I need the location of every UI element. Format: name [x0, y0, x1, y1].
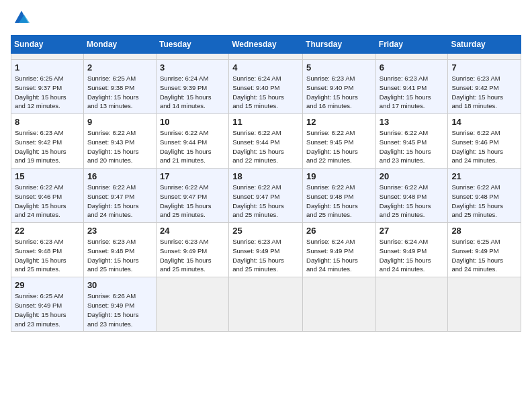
calendar-cell: 30Sunrise: 6:26 AM Sunset: 9:49 PM Dayli… — [83, 277, 156, 332]
day-info: Sunrise: 6:24 AM Sunset: 9:49 PM Dayligh… — [380, 237, 445, 274]
calendar-cell — [156, 54, 228, 60]
calendar-cell — [375, 54, 448, 60]
day-info: Sunrise: 6:22 AM Sunset: 9:48 PM Dayligh… — [380, 183, 445, 220]
day-number: 29 — [15, 280, 80, 290]
column-header-thursday: Thursday — [303, 36, 376, 54]
column-header-wednesday: Wednesday — [229, 36, 303, 54]
day-number: 18 — [232, 171, 299, 181]
logo-icon — [12, 8, 31, 27]
calendar-cell: 4Sunrise: 6:24 AM Sunset: 9:40 PM Daylig… — [229, 60, 303, 114]
calendar-cell: 22Sunrise: 6:23 AM Sunset: 9:48 PM Dayli… — [11, 223, 84, 277]
calendar-cell: 26Sunrise: 6:24 AM Sunset: 9:49 PM Dayli… — [303, 223, 376, 277]
calendar-cell: 2Sunrise: 6:25 AM Sunset: 9:38 PM Daylig… — [83, 60, 156, 114]
column-header-saturday: Saturday — [448, 36, 521, 54]
calendar-cell: 18Sunrise: 6:22 AM Sunset: 9:47 PM Dayli… — [229, 169, 303, 223]
day-info: Sunrise: 6:23 AM Sunset: 9:42 PM Dayligh… — [15, 128, 80, 165]
day-number: 5 — [306, 62, 372, 73]
calendar-cell: 17Sunrise: 6:22 AM Sunset: 9:47 PM Dayli… — [156, 169, 228, 223]
calendar-cell — [229, 54, 303, 60]
calendar-cell: 1Sunrise: 6:25 AM Sunset: 9:37 PM Daylig… — [11, 60, 84, 114]
column-header-monday: Monday — [83, 36, 156, 54]
day-info: Sunrise: 6:23 AM Sunset: 9:42 PM Dayligh… — [451, 74, 517, 111]
calendar-week-2: 1Sunrise: 6:25 AM Sunset: 9:37 PM Daylig… — [11, 60, 521, 114]
day-number: 16 — [87, 171, 152, 181]
day-info: Sunrise: 6:25 AM Sunset: 9:49 PM Dayligh… — [15, 291, 80, 328]
calendar-week-6: 29Sunrise: 6:25 AM Sunset: 9:49 PM Dayli… — [11, 277, 521, 332]
calendar-week-4: 15Sunrise: 6:22 AM Sunset: 9:46 PM Dayli… — [11, 169, 521, 223]
calendar-table: SundayMondayTuesdayWednesdayThursdayFrid… — [11, 35, 521, 332]
calendar-cell — [11, 54, 84, 60]
day-number: 23 — [87, 226, 152, 236]
calendar-cell: 25Sunrise: 6:23 AM Sunset: 9:49 PM Dayli… — [229, 223, 303, 277]
day-number: 8 — [15, 117, 80, 127]
day-number: 20 — [380, 171, 445, 181]
logo — [11, 11, 31, 27]
day-number: 12 — [306, 117, 372, 127]
day-number: 14 — [451, 117, 517, 127]
day-info: Sunrise: 6:25 AM Sunset: 9:38 PM Dayligh… — [87, 74, 152, 111]
day-info: Sunrise: 6:22 AM Sunset: 9:43 PM Dayligh… — [87, 128, 152, 165]
calendar-cell — [375, 277, 448, 332]
calendar-cell: 19Sunrise: 6:22 AM Sunset: 9:48 PM Dayli… — [303, 169, 376, 223]
calendar-cell — [448, 54, 521, 60]
calendar-week-5: 22Sunrise: 6:23 AM Sunset: 9:48 PM Dayli… — [11, 223, 521, 277]
day-number: 13 — [380, 117, 445, 127]
day-number: 22 — [15, 226, 80, 236]
day-number: 27 — [380, 226, 445, 236]
day-number: 21 — [451, 171, 517, 181]
calendar-cell: 9Sunrise: 6:22 AM Sunset: 9:43 PM Daylig… — [83, 114, 156, 169]
day-number: 9 — [87, 117, 152, 127]
calendar-cell: 8Sunrise: 6:23 AM Sunset: 9:42 PM Daylig… — [11, 114, 84, 169]
calendar-cell: 24Sunrise: 6:23 AM Sunset: 9:49 PM Dayli… — [156, 223, 228, 277]
day-info: Sunrise: 6:22 AM Sunset: 9:45 PM Dayligh… — [306, 128, 372, 165]
calendar-cell: 5Sunrise: 6:23 AM Sunset: 9:40 PM Daylig… — [303, 60, 376, 114]
day-info: Sunrise: 6:22 AM Sunset: 9:48 PM Dayligh… — [306, 183, 372, 220]
day-number: 3 — [160, 62, 225, 73]
calendar-cell — [448, 277, 521, 332]
day-number: 24 — [160, 226, 225, 236]
calendar-cell: 6Sunrise: 6:23 AM Sunset: 9:41 PM Daylig… — [375, 60, 448, 114]
calendar-cell: 29Sunrise: 6:25 AM Sunset: 9:49 PM Dayli… — [11, 277, 84, 332]
day-info: Sunrise: 6:23 AM Sunset: 9:40 PM Dayligh… — [306, 74, 372, 111]
day-info: Sunrise: 6:22 AM Sunset: 9:47 PM Dayligh… — [87, 183, 152, 220]
day-info: Sunrise: 6:22 AM Sunset: 9:44 PM Dayligh… — [160, 128, 225, 165]
day-info: Sunrise: 6:22 AM Sunset: 9:44 PM Dayligh… — [232, 128, 299, 165]
calendar-cell — [303, 277, 376, 332]
calendar-cell — [229, 277, 303, 332]
calendar-cell: 23Sunrise: 6:23 AM Sunset: 9:48 PM Dayli… — [83, 223, 156, 277]
page-header — [11, 11, 521, 27]
day-number: 4 — [232, 62, 299, 73]
day-info: Sunrise: 6:26 AM Sunset: 9:49 PM Dayligh… — [87, 291, 152, 328]
calendar-cell: 13Sunrise: 6:22 AM Sunset: 9:45 PM Dayli… — [375, 114, 448, 169]
day-number: 2 — [87, 62, 152, 73]
calendar-week-3: 8Sunrise: 6:23 AM Sunset: 9:42 PM Daylig… — [11, 114, 521, 169]
day-info: Sunrise: 6:23 AM Sunset: 9:41 PM Dayligh… — [380, 74, 445, 111]
calendar-cell: 10Sunrise: 6:22 AM Sunset: 9:44 PM Dayli… — [156, 114, 228, 169]
day-info: Sunrise: 6:22 AM Sunset: 9:46 PM Dayligh… — [451, 128, 517, 165]
day-info: Sunrise: 6:23 AM Sunset: 9:49 PM Dayligh… — [160, 237, 225, 274]
calendar-cell — [156, 277, 228, 332]
day-number: 17 — [160, 171, 225, 181]
calendar-cell: 28Sunrise: 6:25 AM Sunset: 9:49 PM Dayli… — [448, 223, 521, 277]
column-header-tuesday: Tuesday — [156, 36, 228, 54]
day-info: Sunrise: 6:25 AM Sunset: 9:37 PM Dayligh… — [15, 74, 80, 111]
day-number: 30 — [87, 280, 152, 290]
day-number: 26 — [306, 226, 372, 236]
day-info: Sunrise: 6:22 AM Sunset: 9:46 PM Dayligh… — [15, 183, 80, 220]
calendar-cell: 21Sunrise: 6:22 AM Sunset: 9:48 PM Dayli… — [448, 169, 521, 223]
day-number: 1 — [15, 62, 80, 73]
day-number: 6 — [380, 62, 445, 73]
calendar-week-1 — [11, 54, 521, 60]
day-info: Sunrise: 6:23 AM Sunset: 9:48 PM Dayligh… — [15, 237, 80, 274]
day-info: Sunrise: 6:25 AM Sunset: 9:49 PM Dayligh… — [451, 237, 517, 274]
calendar-cell: 12Sunrise: 6:22 AM Sunset: 9:45 PM Dayli… — [303, 114, 376, 169]
day-number: 11 — [232, 117, 299, 127]
calendar-cell: 16Sunrise: 6:22 AM Sunset: 9:47 PM Dayli… — [83, 169, 156, 223]
calendar-cell: 7Sunrise: 6:23 AM Sunset: 9:42 PM Daylig… — [448, 60, 521, 114]
day-info: Sunrise: 6:23 AM Sunset: 9:49 PM Dayligh… — [232, 237, 299, 274]
day-number: 19 — [306, 171, 372, 181]
day-info: Sunrise: 6:22 AM Sunset: 9:48 PM Dayligh… — [451, 183, 517, 220]
day-number: 7 — [451, 62, 517, 73]
day-info: Sunrise: 6:24 AM Sunset: 9:49 PM Dayligh… — [306, 237, 372, 274]
calendar-cell: 27Sunrise: 6:24 AM Sunset: 9:49 PM Dayli… — [375, 223, 448, 277]
